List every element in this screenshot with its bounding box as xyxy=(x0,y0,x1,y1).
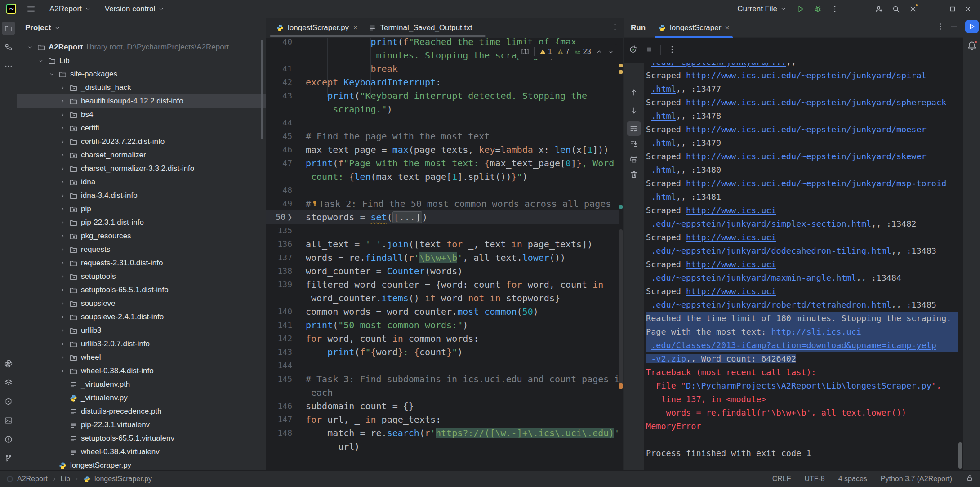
line-number[interactable]: 148 xyxy=(266,426,295,440)
url-link[interactable]: http://sli.ics.uci xyxy=(771,327,861,336)
tool-strip-project-folder-button[interactable] xyxy=(2,22,15,35)
code-line-48[interactable]: 48 xyxy=(266,183,619,197)
tree-item[interactable]: wheel xyxy=(17,351,266,364)
url-link[interactable]: -v2.zip xyxy=(651,354,686,363)
main-menu-button[interactable] xyxy=(22,2,40,16)
settings-gear-button[interactable] xyxy=(905,2,921,16)
tree-item[interactable]: urllib3 xyxy=(17,324,266,337)
printer-button[interactable] xyxy=(627,152,641,166)
breadcrumb-item[interactable]: longestScraper.py xyxy=(94,475,152,483)
line-number[interactable] xyxy=(266,49,295,62)
debug-bug-button[interactable] xyxy=(810,2,825,16)
code-line-138[interactable]: 138word_counter = Counter(words) xyxy=(266,264,619,278)
tree-item[interactable]: charset_normalizer xyxy=(17,148,266,162)
line-number[interactable] xyxy=(266,103,295,116)
minimize-button[interactable] xyxy=(949,22,958,33)
tree-item[interactable]: soupsieve-2.4.1.dist-info xyxy=(17,310,266,324)
url-link[interactable]: .edu/Classes/2013-iCamp?action=download&… xyxy=(651,340,936,350)
code-line[interactable]: scraping.") xyxy=(266,103,619,116)
line-number[interactable]: 139 xyxy=(266,278,295,291)
line-number[interactable]: 50❯ xyxy=(266,210,295,224)
tool-strip-python-packages-button[interactable] xyxy=(2,357,15,371)
chevron-right-icon[interactable] xyxy=(59,219,66,226)
url-link[interactable]: .edu/~eppstein/junkyard/dodecahedron-til… xyxy=(651,246,891,255)
console-scrollbar[interactable] xyxy=(958,442,962,469)
prev-problem-icon[interactable] xyxy=(596,48,603,55)
stop-button[interactable] xyxy=(644,45,654,56)
line-number[interactable]: 137 xyxy=(266,251,295,264)
url-link[interactable]: .html xyxy=(651,84,676,94)
close-icon[interactable]: × xyxy=(353,24,357,32)
code-line-142[interactable]: 142for word, count in common_words: xyxy=(266,332,619,345)
code-line-45[interactable]: 45# Find the page with the most text xyxy=(266,130,619,143)
url-link[interactable]: http://www.ics.uci.edu/~eppstein/junkyar… xyxy=(686,71,927,80)
tree-item[interactable]: beautifulsoup4-4.12.2.dist-info xyxy=(17,94,266,108)
tree-item[interactable]: bs4 xyxy=(17,108,266,121)
code-line-139[interactable]: 139filtered_word_counter = {word: count … xyxy=(266,278,619,291)
tree-item[interactable]: requests-2.31.0.dist-info xyxy=(17,256,266,270)
code-line-41[interactable]: 41 break xyxy=(266,62,619,76)
status-item[interactable]: UTF-8 xyxy=(804,475,824,483)
url-link[interactable]: http://www.ics.uci xyxy=(686,286,776,296)
chevron-right-icon[interactable] xyxy=(59,206,66,212)
chevron-right-icon[interactable] xyxy=(59,287,66,293)
rerun-button[interactable] xyxy=(628,45,638,56)
tree-item[interactable]: distutils-precedence.pth xyxy=(17,405,266,418)
chevron-right-icon[interactable] xyxy=(59,139,66,145)
url-link[interactable]: .html xyxy=(651,192,676,201)
add-user-button[interactable] xyxy=(871,2,886,16)
run-tab[interactable]: longestScraper × xyxy=(653,18,735,38)
breadcrumb-item[interactable]: Lib xyxy=(61,475,70,483)
status-item[interactable]: Python 3.7 (A2Report) xyxy=(881,475,952,483)
tree-item[interactable]: A2Reportlibrary root, D:\PycharmProjects… xyxy=(17,40,266,54)
reader-mode-icon[interactable] xyxy=(521,47,530,56)
line-number[interactable]: 43 xyxy=(266,89,295,103)
tree-item[interactable]: site-packages xyxy=(17,67,266,81)
tool-strip-python-console-button[interactable] xyxy=(2,395,15,408)
line-number[interactable]: 49 xyxy=(266,197,295,210)
line-number[interactable] xyxy=(266,440,295,453)
code-line-50[interactable]: 50❯stopwords = set([...]) xyxy=(266,210,619,224)
tree-item[interactable]: certifi-2023.7.22.dist-info xyxy=(17,135,266,148)
chevron-right-icon[interactable] xyxy=(59,165,66,172)
line-number[interactable] xyxy=(266,170,295,183)
run-widget-button[interactable] xyxy=(965,20,979,33)
tree-item[interactable]: soupsieve xyxy=(17,297,266,310)
tree-item[interactable]: longestScraper.py xyxy=(17,459,266,470)
minimize-button[interactable] xyxy=(930,2,945,16)
line-number[interactable]: 41 xyxy=(266,62,295,76)
url-link[interactable]: .edu/~eppstein/junkyard/robertd/tetrahed… xyxy=(651,300,891,309)
line-number[interactable] xyxy=(266,386,295,399)
run-play-button[interactable] xyxy=(793,2,808,16)
trash-button[interactable] xyxy=(627,167,641,182)
chevron-right-icon[interactable] xyxy=(59,233,66,239)
line-number[interactable]: 140 xyxy=(266,305,295,318)
chevron-right-icon[interactable] xyxy=(59,341,66,347)
code-line-141[interactable]: 141print("50 most common words:") xyxy=(266,318,619,332)
line-number[interactable]: 147 xyxy=(266,413,295,426)
line-number[interactable]: 138 xyxy=(266,264,295,278)
tree-item[interactable]: idna xyxy=(17,175,266,189)
code-line-144[interactable]: 144 xyxy=(266,359,619,372)
soft-wrap-button[interactable] xyxy=(627,121,641,136)
code-line-44[interactable]: 44 xyxy=(266,116,619,130)
chevron-down-icon[interactable] xyxy=(49,71,55,77)
chevron-right-icon[interactable] xyxy=(59,314,66,320)
line-number[interactable]: 141 xyxy=(266,318,295,332)
scroll-to-end-button[interactable] xyxy=(627,137,641,151)
line-number[interactable]: 142 xyxy=(266,332,295,345)
tree-item[interactable]: _distutils_hack xyxy=(17,81,266,94)
tree-item[interactable]: pip xyxy=(17,202,266,216)
tree-item[interactable]: setuptools-65.5.1.dist-info xyxy=(17,283,266,297)
url-link[interactable]: .edu/~eppstein/junkyard/simplex-section.… xyxy=(651,219,871,228)
tool-strip-terminal-button[interactable] xyxy=(2,414,15,427)
chevron-down-icon[interactable] xyxy=(54,25,61,31)
maximize-button[interactable] xyxy=(945,2,960,16)
tree-item[interactable]: urllib3-2.0.7.dist-info xyxy=(17,337,266,351)
close-button[interactable] xyxy=(960,2,976,16)
url-link[interactable]: .edu/~eppstein/junkyard/maxmin-angle.htm… xyxy=(651,273,856,282)
tab-options-button[interactable] xyxy=(610,22,619,34)
chevron-right-icon[interactable] xyxy=(59,152,66,158)
tool-strip-more-dots-button[interactable] xyxy=(2,59,15,73)
search-button[interactable] xyxy=(888,2,904,16)
